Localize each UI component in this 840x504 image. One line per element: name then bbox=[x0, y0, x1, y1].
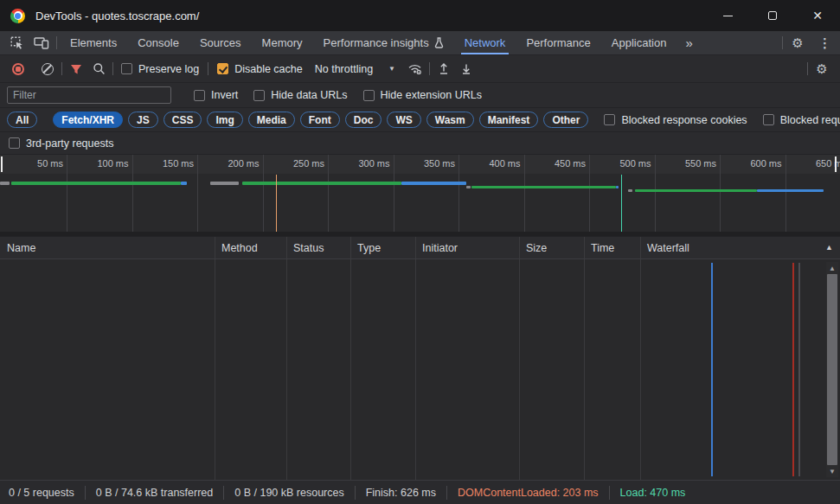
column-header-waterfall[interactable]: Waterfall bbox=[640, 237, 840, 258]
tab-console[interactable]: Console bbox=[127, 31, 189, 54]
chevron-down-icon: ▼ bbox=[388, 65, 395, 73]
filter-chip-fetch-xhr[interactable]: Fetch/XHR bbox=[53, 112, 123, 128]
settings-button[interactable]: ⚙ bbox=[785, 36, 810, 49]
filter-chip-doc[interactable]: Doc bbox=[345, 112, 382, 128]
filter-input[interactable] bbox=[7, 86, 171, 104]
column-header-time[interactable]: Time bbox=[584, 237, 640, 258]
separator bbox=[609, 486, 610, 500]
record-network-log-button[interactable] bbox=[7, 59, 29, 80]
filter-chip-other[interactable]: Other bbox=[543, 112, 588, 128]
overview-handle-left[interactable] bbox=[1, 156, 3, 172]
request-type-filters: All Fetch/XHR JS CSS Img Media Font Doc … bbox=[0, 108, 840, 132]
column-divider bbox=[519, 237, 520, 258]
window-title: DevTools - quotes.toscrape.com/ bbox=[35, 10, 199, 22]
import-har-button[interactable] bbox=[433, 59, 455, 80]
network-conditions-button[interactable] bbox=[404, 59, 426, 80]
hide-data-urls-checkbox[interactable]: Hide data URLs bbox=[253, 89, 347, 101]
requests-table-body[interactable]: ▲ ▼ bbox=[0, 259, 840, 480]
device-toolbar-button[interactable] bbox=[29, 31, 54, 54]
scroll-down-icon[interactable]: ▼ bbox=[826, 465, 838, 477]
tab-network[interactable]: Network bbox=[454, 31, 516, 54]
overview-request-bar bbox=[471, 186, 616, 188]
tabbar-right-controls: ⚙ ⋮ bbox=[779, 31, 840, 54]
network-overview[interactable]: 50 ms100 ms150 ms200 ms250 ms300 ms350 m… bbox=[0, 155, 840, 237]
filter-toggle-button[interactable] bbox=[65, 59, 87, 80]
checkbox-unchecked bbox=[363, 90, 375, 101]
column-divider bbox=[350, 259, 351, 480]
tab-performance[interactable]: Performance bbox=[516, 31, 600, 54]
third-party-requests-checkbox[interactable]: 3rd-party requests bbox=[9, 137, 113, 150]
column-divider bbox=[415, 259, 416, 480]
more-tabs-button[interactable]: » bbox=[676, 31, 701, 54]
tab-performance-insights[interactable]: Performance insights bbox=[313, 31, 454, 54]
filter-chip-all[interactable]: All bbox=[7, 112, 37, 128]
filter-chip-wasm[interactable]: Wasm bbox=[426, 112, 474, 128]
maximize-button[interactable] bbox=[750, 0, 795, 31]
checkbox-checked bbox=[217, 63, 228, 74]
status-bar: 0 / 5 requests 0 B / 74.6 kB transferred… bbox=[0, 480, 840, 504]
minimize-button[interactable] bbox=[705, 0, 750, 31]
tab-memory[interactable]: Memory bbox=[252, 31, 313, 54]
dom-content-loaded-time: DOMContentLoaded: 203 ms bbox=[458, 487, 599, 499]
disable-cache-checkbox[interactable]: Disable cache bbox=[217, 63, 303, 75]
scrollbar-thumb[interactable] bbox=[827, 274, 837, 465]
column-header-initiator[interactable]: Initiator bbox=[415, 237, 519, 258]
overview-request-bar bbox=[242, 182, 401, 185]
chrome-logo-icon bbox=[10, 9, 25, 23]
separator bbox=[61, 62, 62, 75]
tab-sources[interactable]: Sources bbox=[189, 31, 252, 54]
separator bbox=[355, 486, 356, 500]
export-har-button[interactable] bbox=[455, 59, 478, 80]
resources-size: 0 B / 190 kB resources bbox=[234, 487, 343, 499]
overview-request-bar bbox=[11, 182, 181, 185]
separator bbox=[429, 62, 430, 75]
preserve-log-checkbox[interactable]: Preserve log bbox=[121, 63, 199, 75]
throttling-dropdown[interactable]: No throttling ▼ bbox=[315, 63, 395, 75]
devtools-tabbar: Elements Console Sources Memory Performa… bbox=[0, 31, 840, 55]
filter-chip-ws[interactable]: WS bbox=[387, 112, 420, 128]
main-menu-button[interactable]: ⋮ bbox=[810, 35, 840, 51]
checkbox-unchecked bbox=[194, 90, 205, 101]
column-divider bbox=[286, 237, 287, 258]
ruler-label: 150 ms bbox=[133, 158, 194, 169]
separator bbox=[446, 486, 447, 500]
column-divider bbox=[415, 237, 416, 258]
column-header-method[interactable]: Method bbox=[215, 237, 286, 258]
ruler-label: 50 ms bbox=[3, 158, 63, 169]
filter-chip-css[interactable]: CSS bbox=[164, 112, 202, 128]
overview-handle-right[interactable] bbox=[835, 156, 837, 172]
column-header-name[interactable]: Name bbox=[0, 237, 215, 258]
transferred-size: 0 B / 74.6 kB transferred bbox=[96, 487, 214, 499]
column-header-size[interactable]: Size bbox=[519, 237, 584, 258]
maximize-icon bbox=[768, 11, 777, 20]
column-header-type[interactable]: Type bbox=[350, 237, 415, 258]
filter-chip-js[interactable]: JS bbox=[128, 112, 158, 128]
filter-chip-manifest[interactable]: Manifest bbox=[479, 112, 539, 128]
clear-network-log-button[interactable] bbox=[36, 59, 59, 80]
blocked-response-cookies-checkbox[interactable]: Blocked response cookies bbox=[604, 114, 747, 126]
filter-chip-font[interactable]: Font bbox=[300, 112, 340, 128]
column-header-status[interactable]: Status bbox=[286, 237, 350, 258]
column-divider bbox=[640, 259, 641, 480]
filter-chip-media[interactable]: Media bbox=[248, 112, 295, 128]
network-settings-button[interactable]: ⚙ bbox=[811, 59, 833, 80]
blocked-requests-checkbox[interactable]: Blocked requests bbox=[763, 114, 840, 126]
tab-application[interactable]: Application bbox=[601, 31, 677, 54]
inspect-element-button[interactable] bbox=[5, 31, 29, 54]
invert-checkbox[interactable]: Invert bbox=[194, 89, 238, 101]
close-button[interactable]: ✕ bbox=[795, 0, 840, 31]
ruler-label: 100 ms bbox=[68, 158, 129, 169]
scroll-up-icon[interactable]: ▲ bbox=[826, 262, 838, 274]
filter-row: Invert Hide data URLs Hide extension URL… bbox=[0, 83, 840, 108]
waterfall-dcl-line bbox=[711, 263, 713, 476]
record-icon bbox=[12, 63, 24, 75]
hide-extension-urls-checkbox[interactable]: Hide extension URLs bbox=[363, 89, 482, 101]
requests-count: 0 / 5 requests bbox=[9, 487, 74, 499]
funnel-icon bbox=[70, 63, 82, 75]
filter-chip-img[interactable]: Img bbox=[207, 112, 242, 128]
sort-ascending-icon[interactable]: ▲ bbox=[825, 243, 833, 252]
vertical-scrollbar[interactable]: ▲ ▼ bbox=[826, 262, 838, 477]
search-button[interactable] bbox=[87, 59, 110, 80]
tab-elements[interactable]: Elements bbox=[60, 31, 127, 54]
waterfall-divider-line bbox=[798, 263, 800, 476]
